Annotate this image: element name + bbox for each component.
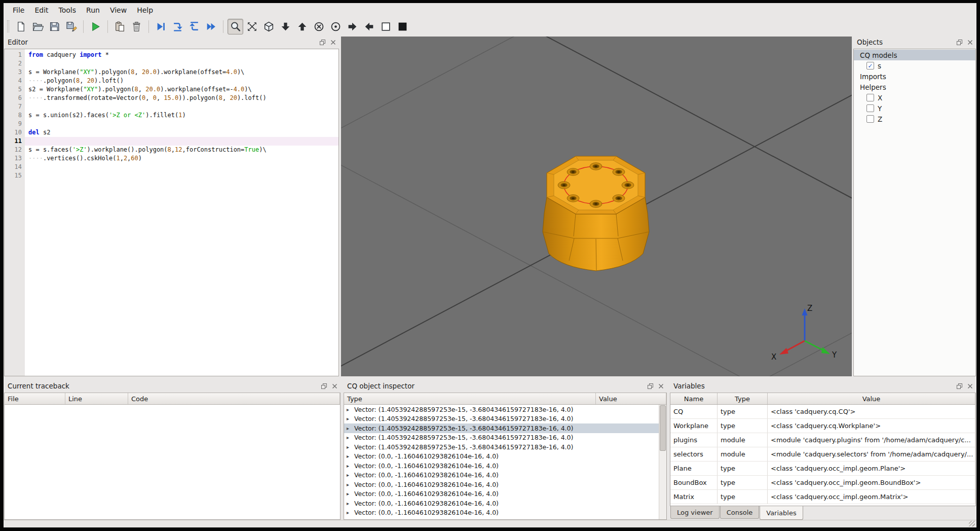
expand-arrow-icon[interactable]: ▸ xyxy=(347,463,354,469)
menu-item-edit[interactable]: Edit xyxy=(29,3,53,17)
tree-item-s[interactable]: ✓s xyxy=(854,60,975,71)
editor-code[interactable]: from cadquery import *s = Workplane("XY"… xyxy=(25,49,338,376)
view-left-button[interactable] xyxy=(361,19,377,34)
expand-arrow-icon[interactable]: ▸ xyxy=(347,482,354,487)
variables-row[interactable]: selectorsmodule<module 'cadquery.selecto… xyxy=(670,447,975,462)
new-file-button[interactable] xyxy=(13,19,29,34)
open-file-button[interactable] xyxy=(30,19,46,34)
expand-arrow-icon[interactable]: ▸ xyxy=(347,472,354,478)
close-panel-button[interactable] xyxy=(965,381,974,391)
column-header-code[interactable]: Code xyxy=(128,393,340,404)
menu-item-view[interactable]: View xyxy=(105,3,132,17)
inspector-row[interactable]: ▸Vector: (0.0, -1.1604610293826104e-16, … xyxy=(344,508,659,518)
close-panel-button[interactable] xyxy=(330,381,339,391)
column-header-value[interactable]: Value xyxy=(596,393,666,404)
inspector-row[interactable]: ▸Vector: (0.0, -1.1604610293826104e-16, … xyxy=(344,471,659,480)
variables-row[interactable]: BoundBoxtype<class 'cadquery.occ_impl.ge… xyxy=(670,476,975,490)
close-panel-button[interactable] xyxy=(328,38,337,47)
view-top-button[interactable] xyxy=(294,19,310,34)
menu-item-run[interactable]: Run xyxy=(81,3,105,17)
iso-view-button[interactable] xyxy=(261,19,277,34)
tab-log-viewer[interactable]: Log viewer xyxy=(670,506,720,519)
screenshot-button[interactable] xyxy=(228,19,243,34)
expand-arrow-icon[interactable]: ▸ xyxy=(347,444,354,450)
variables-row[interactable]: pluginsmodule<module 'cadquery.plugins' … xyxy=(670,433,975,447)
inspector-row[interactable]: ▸Vector: (0.0, -1.1604610293826104e-16, … xyxy=(344,499,659,508)
debug-return-button[interactable] xyxy=(186,19,202,34)
variables-row[interactable]: Planetype<class 'cadquery.occ_impl.geom.… xyxy=(670,462,975,476)
expand-arrow-icon[interactable]: ▸ xyxy=(347,510,354,515)
expand-arrow-icon[interactable]: ▸ xyxy=(347,407,354,412)
viewport-3d[interactable]: Z X Y xyxy=(341,37,852,376)
menu-item-file[interactable]: File xyxy=(8,3,29,17)
objects-panel-titlebar[interactable]: Objects xyxy=(853,36,976,49)
checkbox[interactable]: ✓ xyxy=(866,62,874,69)
inspector-row[interactable]: ▸Vector: (0.0, -1.1604610293826104e-16, … xyxy=(344,489,659,499)
inspector-row[interactable]: ▸Vector: (1.4053924288597253e-15, -3.680… xyxy=(344,423,659,433)
column-header-type[interactable]: Type xyxy=(344,393,596,404)
inspector-row[interactable]: ▸Vector: (1.4053924288597253e-15, -3.680… xyxy=(344,433,659,443)
float-panel-button[interactable] xyxy=(646,381,655,391)
resize-grip-icon[interactable] xyxy=(969,521,975,526)
column-header-name[interactable]: Name xyxy=(670,393,718,404)
inspector-panel-titlebar[interactable]: CQ object inspector xyxy=(344,379,667,393)
variables-row[interactable]: Workplanetype<class 'cadquery.cq.Workpla… xyxy=(670,419,975,433)
debug-step-in-button[interactable] xyxy=(170,19,185,34)
debug-step-button[interactable] xyxy=(153,19,169,34)
expand-arrow-icon[interactable]: ▸ xyxy=(347,426,354,431)
view-back-button[interactable] xyxy=(328,19,344,34)
column-header-line[interactable]: Line xyxy=(65,393,128,404)
shaded-button[interactable] xyxy=(395,19,410,34)
save-button[interactable] xyxy=(47,19,62,34)
variables-row[interactable]: Matrixtype<class 'cadquery.occ_impl.geom… xyxy=(670,490,975,504)
expand-arrow-icon[interactable]: ▸ xyxy=(347,435,354,440)
float-panel-button[interactable] xyxy=(318,38,327,47)
traceback-panel-titlebar[interactable]: Current traceback xyxy=(4,379,341,393)
tree-item-x[interactable]: X xyxy=(854,92,975,103)
checkbox[interactable] xyxy=(866,94,874,101)
tree-item-imports[interactable]: Imports xyxy=(854,71,975,82)
tab-console[interactable]: Console xyxy=(720,506,760,519)
column-header-value[interactable]: Value xyxy=(768,393,975,404)
fit-view-button[interactable] xyxy=(244,19,260,34)
float-panel-button[interactable] xyxy=(955,381,964,391)
menu-item-tools[interactable]: Tools xyxy=(54,3,82,17)
scrollbar-thumb[interactable] xyxy=(660,405,666,451)
expand-arrow-icon[interactable]: ▸ xyxy=(347,416,354,421)
menu-item-help[interactable]: Help xyxy=(132,3,158,17)
tree-item-helpers[interactable]: Helpers xyxy=(854,82,975,92)
inspector-row[interactable]: ▸Vector: (1.4053924288597253e-15, -3.680… xyxy=(344,442,659,452)
expand-arrow-icon[interactable]: ▸ xyxy=(347,491,354,497)
tree-item-z[interactable]: Z xyxy=(854,114,975,124)
float-panel-button[interactable] xyxy=(319,381,328,391)
checkbox[interactable] xyxy=(866,115,874,123)
view-bottom-button[interactable] xyxy=(278,19,293,34)
view-front-button[interactable] xyxy=(311,19,327,34)
close-panel-button[interactable] xyxy=(965,38,974,47)
expand-arrow-icon[interactable]: ▸ xyxy=(347,453,354,459)
paste-button[interactable] xyxy=(112,19,128,34)
inspector-row[interactable]: ▸Vector: (1.4053924288597253e-15, -3.680… xyxy=(344,414,659,424)
tab-variables[interactable]: Variables xyxy=(760,506,803,520)
checkbox[interactable] xyxy=(866,104,874,112)
delete-button[interactable] xyxy=(129,19,144,34)
close-panel-button[interactable] xyxy=(656,381,665,391)
expand-arrow-icon[interactable]: ▸ xyxy=(347,501,354,506)
inspector-row[interactable]: ▸Vector: (0.0, -1.1604610293826104e-16, … xyxy=(344,452,659,462)
column-header-type[interactable]: Type xyxy=(718,393,768,404)
editor-panel-titlebar[interactable]: Editor xyxy=(4,36,339,49)
float-panel-button[interactable] xyxy=(955,38,964,47)
debug-continue-button[interactable] xyxy=(203,19,219,34)
column-header-file[interactable]: File xyxy=(5,393,65,404)
render-button[interactable] xyxy=(88,19,103,34)
view-right-button[interactable] xyxy=(345,19,360,34)
tree-item-cq-models[interactable]: CQ models xyxy=(854,50,975,60)
inspector-row[interactable]: ▸Vector: (0.0, -1.1604610293826104e-16, … xyxy=(344,461,659,471)
wireframe-button[interactable] xyxy=(378,19,394,34)
inspector-row[interactable]: ▸Vector: (1.4053924288597253e-15, -3.680… xyxy=(344,405,659,414)
variables-panel-titlebar[interactable]: Variables xyxy=(670,379,976,393)
inspector-row[interactable]: ▸Vector: (0.0, -1.1604610293826104e-16, … xyxy=(344,480,659,489)
save-as-button[interactable] xyxy=(63,19,79,34)
tree-item-y[interactable]: Y xyxy=(854,103,975,114)
variables-row[interactable]: CQtype<class 'cadquery.cq.CQ'> xyxy=(670,405,975,419)
